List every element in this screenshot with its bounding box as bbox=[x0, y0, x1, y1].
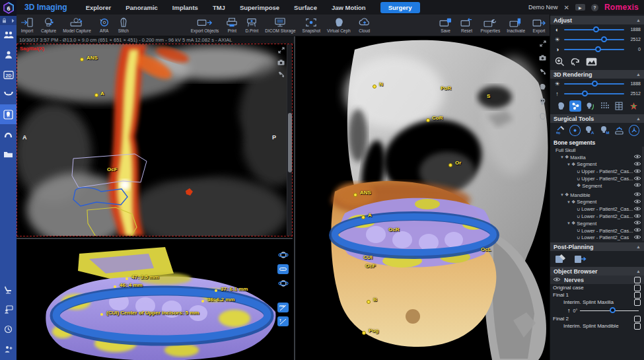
send-plan-icon[interactable] bbox=[574, 254, 587, 264]
object-row-original-case[interactable]: Original case bbox=[550, 284, 644, 291]
help-icon[interactable]: ? bbox=[591, 4, 598, 11]
sidebar-item-prosthetics[interactable] bbox=[0, 124, 17, 144]
tab-tmj[interactable]: TMJ bbox=[213, 4, 225, 11]
tab-explorer[interactable]: Explorer bbox=[86, 4, 112, 11]
object-browser-section-header[interactable]: Object Browser ▲ bbox=[550, 267, 644, 275]
face-render-icon[interactable] bbox=[539, 113, 546, 120]
render-mode-grid-list-button[interactable] bbox=[613, 100, 625, 112]
tree-item-mandible[interactable]: ▼❖Mandible bbox=[550, 192, 644, 199]
tree-item-lower-2[interactable]: ∪Lower - Patient2_Cas... bbox=[550, 213, 644, 220]
landmark-dot[interactable] bbox=[373, 85, 376, 89]
object-row-nerves[interactable]: Nerves bbox=[550, 275, 644, 284]
tree-item-segment-4[interactable]: ▼❖Segment bbox=[550, 220, 644, 227]
sidebar-item-history[interactable] bbox=[0, 319, 17, 339]
collapse-icon[interactable]: ▲ bbox=[636, 244, 641, 249]
virtual-ceph-button[interactable]: Virtual Ceph bbox=[324, 15, 354, 36]
render-threshold-slider[interactable] bbox=[564, 93, 624, 94]
save-button[interactable]: Save bbox=[435, 15, 456, 36]
tree-item-upper-1[interactable]: ∪Upper - Patient2_Cas... bbox=[550, 168, 644, 175]
contrast-slider[interactable] bbox=[564, 29, 624, 30]
sidebar-item-patient[interactable] bbox=[0, 45, 17, 65]
osteotomy-tool-button[interactable] bbox=[555, 125, 565, 136]
landmark-dot[interactable] bbox=[94, 93, 98, 97]
landmark-dot[interactable] bbox=[448, 163, 452, 167]
render-brightness-thumb[interactable] bbox=[592, 81, 598, 87]
capture-button[interactable]: Capture bbox=[38, 15, 59, 36]
rotate-side-axis-icon[interactable] bbox=[278, 278, 289, 289]
sidebar-item-patients[interactable] bbox=[0, 25, 17, 45]
export-objects-button[interactable]: Export Objects bbox=[188, 15, 223, 36]
collapse-icon[interactable]: ▲ bbox=[636, 72, 641, 77]
sidebar-lock-row[interactable] bbox=[0, 16, 17, 25]
inactivate-button[interactable]: Inactivate bbox=[503, 15, 528, 36]
final-1-checkbox[interactable] bbox=[634, 292, 641, 299]
render-mode-grid-fine-button[interactable] bbox=[598, 100, 610, 112]
object-row-interim-splint-maxilla[interactable]: Interim. Splint Maxilla bbox=[550, 299, 644, 306]
render-mode-color-map-button[interactable] bbox=[627, 100, 639, 112]
visibility-eye-icon[interactable] bbox=[633, 192, 641, 198]
contrast-slider-thumb[interactable] bbox=[593, 26, 599, 32]
gamma-slider[interactable] bbox=[564, 49, 624, 50]
splint-tool-button[interactable] bbox=[277, 264, 289, 274]
d-print-button[interactable]: D.Print bbox=[242, 15, 262, 36]
sidebar-item-smile-design[interactable] bbox=[0, 85, 17, 104]
articulator-tool-button[interactable] bbox=[629, 125, 639, 136]
snapshot-button[interactable]: Snapshot bbox=[299, 15, 324, 36]
final-2-checkbox[interactable] bbox=[634, 316, 641, 322]
mandible-move-tool-button[interactable]: M bbox=[599, 125, 610, 136]
visibility-eye-icon[interactable] bbox=[553, 277, 561, 283]
landmark-dot[interactable] bbox=[80, 57, 84, 61]
collapse-icon[interactable]: ▲ bbox=[636, 116, 641, 121]
sidebar-item-support[interactable] bbox=[0, 339, 17, 359]
landmark-dot[interactable] bbox=[353, 193, 357, 197]
measurement-dot[interactable] bbox=[215, 289, 217, 292]
sidebar-item-3d-imaging[interactable] bbox=[0, 104, 17, 124]
reset-orientation-icon[interactable] bbox=[570, 57, 581, 67]
render-brightness-slider[interactable] bbox=[564, 83, 624, 85]
visibility-eye-icon[interactable] bbox=[633, 220, 641, 227]
tab-superimpose[interactable]: Superimpose bbox=[240, 4, 279, 11]
rendering-section-header[interactable]: 3D Rendering ▲ bbox=[550, 70, 644, 79]
rotation-slider-thumb[interactable] bbox=[610, 307, 616, 313]
slice-scrollbar-thumb[interactable] bbox=[288, 113, 292, 172]
tree-item-lower-4[interactable]: ∪Lower - Patient2_Cas bbox=[550, 234, 644, 242]
landmark-dot[interactable] bbox=[426, 118, 430, 122]
histogram-image-icon[interactable] bbox=[586, 57, 597, 66]
expand-view-icon[interactable] bbox=[278, 47, 285, 54]
interim-splint-maxilla-checkbox[interactable] bbox=[634, 299, 641, 306]
brightness-slider[interactable] bbox=[564, 39, 624, 40]
sidebar-item-device-status[interactable] bbox=[0, 299, 17, 319]
measurement-dot[interactable] bbox=[125, 277, 128, 280]
export-splint-icon[interactable] bbox=[555, 254, 566, 264]
brightness-slider-thumb[interactable] bbox=[601, 36, 607, 42]
nerves-checkbox[interactable] bbox=[634, 277, 641, 283]
tree-item-lower-1[interactable]: ∪Lower - Patient2_Cas... bbox=[550, 205, 644, 213]
properties-button[interactable]: Properties bbox=[478, 15, 504, 36]
romexis-logo[interactable]: 6 bbox=[0, 0, 17, 16]
tab-jaw-motion[interactable]: Jaw Motion bbox=[332, 4, 366, 11]
visibility-eye-icon[interactable] bbox=[633, 213, 641, 220]
model-capture-button[interactable]: Model Capture bbox=[59, 15, 94, 36]
edit-post-button[interactable]: T bbox=[277, 316, 289, 326]
sidebar-item-2d-images[interactable]: 2D bbox=[0, 65, 17, 85]
dicom-storage-button[interactable]: DICOM Storage bbox=[262, 15, 299, 36]
interim-splint-mandible-checkbox[interactable] bbox=[634, 323, 641, 330]
tree-item-segment-3[interactable]: ▼❖Segment bbox=[550, 199, 644, 206]
print-button[interactable]: Print bbox=[222, 15, 242, 36]
export-button[interactable]: Export bbox=[528, 15, 550, 36]
surgical-tools-section-header[interactable]: Surgical Tools ▲ bbox=[550, 114, 644, 123]
tree-item-maxilla[interactable]: ▼❖Maxilla bbox=[550, 154, 644, 161]
measurement-dot[interactable] bbox=[114, 285, 116, 288]
tab-panoramic[interactable]: Panoramic bbox=[125, 4, 158, 11]
gamma-slider-thumb[interactable] bbox=[595, 46, 601, 52]
tools-icon[interactable] bbox=[540, 69, 546, 75]
rotation-slider[interactable] bbox=[580, 310, 639, 312]
expander-icon[interactable]: ▼ bbox=[559, 193, 565, 197]
sidebar-item-dental-unit[interactable] bbox=[0, 279, 17, 299]
skull-3d-viewport[interactable]: N PoR S CoR Or ANS A OcR OcL CUI OcF B P… bbox=[294, 36, 550, 360]
render-mode-profile-button[interactable] bbox=[555, 100, 567, 112]
visibility-eye-icon[interactable] bbox=[633, 161, 641, 168]
tree-item-lower-3[interactable]: ∪Lower - Patient2_Cas... bbox=[550, 227, 644, 234]
visibility-eye-icon[interactable] bbox=[633, 154, 641, 161]
expander-icon[interactable]: ▼ bbox=[566, 162, 571, 166]
